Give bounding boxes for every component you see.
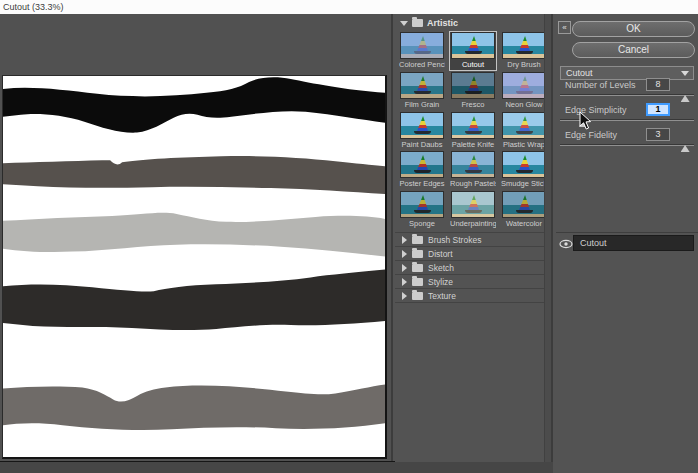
filter-thumb-colored-pencil[interactable]: Colored Pencil — [399, 32, 445, 70]
filter-thumb-plastic-wrap[interactable]: Plastic Wrap — [501, 112, 547, 150]
collapsed-triangle-icon — [402, 264, 407, 272]
filter-thumb-palette-knife[interactable]: Palette Knife — [450, 112, 496, 150]
filter-thumb-paint-daubs[interactable]: Paint Daubs — [399, 112, 445, 150]
chevron-down-icon — [681, 71, 689, 76]
control-pane: « OK Cancel Cutout Number of Levels 8 Ed… — [556, 14, 698, 473]
stripe — [3, 156, 385, 194]
filter-thumbnail-image — [502, 151, 546, 178]
slider-thumb[interactable] — [681, 95, 690, 102]
filter-thumbnail-image — [451, 112, 495, 139]
filter-thumb-label: Palette Knife — [450, 140, 496, 149]
stripe — [3, 385, 385, 430]
filter-select-value: Cutout — [566, 68, 593, 78]
filter-thumb-rough-pastels[interactable]: Rough Pastels — [450, 151, 496, 189]
filter-thumb-label: Rough Pastels — [450, 179, 496, 188]
category-brush-strokes[interactable]: Brush Strokes — [395, 233, 546, 247]
collapse-thumbnails-button[interactable]: « — [558, 21, 571, 34]
filter-thumb-label: Dry Brush — [501, 60, 547, 69]
param-label: Edge Fidelity — [565, 130, 617, 140]
filter-thumb-label: Poster Edges — [399, 179, 445, 188]
category-label: Brush Strokes — [428, 235, 481, 245]
slider-track — [560, 94, 694, 96]
category-folder-list: Brush Strokes Distort Sketch Stylize Tex — [395, 232, 546, 303]
slider-track — [560, 144, 694, 146]
filter-thumbnail-image — [451, 32, 495, 59]
effect-layer-cutout[interactable]: Cutout — [573, 235, 694, 251]
ok-button[interactable]: OK — [572, 21, 695, 37]
filter-thumbnail-image — [451, 191, 495, 218]
number-of-levels-value[interactable]: 8 — [646, 78, 670, 91]
edge-simplicity-slider[interactable] — [560, 118, 694, 127]
double-chevron-icon: « — [562, 23, 566, 32]
filter-thumb-dry-brush[interactable]: Dry Brush — [501, 32, 547, 70]
slider-track — [560, 119, 694, 121]
filter-thumb-smudge-stick[interactable]: Smudge Stick — [501, 151, 547, 189]
category-label: Texture — [428, 291, 456, 301]
edge-simplicity-value[interactable]: 1 — [646, 103, 670, 116]
dialog-title: Cutout (33.3%) — [0, 0, 698, 14]
filter-thumb-label: Film Grain — [399, 100, 445, 109]
folder-icon — [412, 250, 423, 258]
preview-status-bar — [0, 461, 553, 473]
filter-thumb-fresco[interactable]: Fresco — [450, 72, 496, 110]
filter-thumb-label: Underpainting — [450, 219, 496, 228]
filter-thumb-watercolor[interactable]: Watercolor — [501, 191, 547, 229]
filter-thumbnail-image — [502, 191, 546, 218]
filter-thumb-poster-edges[interactable]: Poster Edges — [399, 151, 445, 189]
edge-fidelity-value[interactable]: 3 — [646, 128, 670, 141]
filter-thumb-label: Fresco — [450, 100, 496, 109]
filter-thumbnail-image — [451, 72, 495, 99]
expanded-triangle-icon — [400, 21, 408, 26]
collapsed-triangle-icon — [402, 278, 407, 286]
category-label: Distort — [428, 249, 453, 259]
param-label: Number of Levels — [565, 80, 636, 90]
filter-pane-scrollbar[interactable] — [544, 14, 551, 462]
filter-thumb-label: Paint Daubs — [399, 140, 445, 149]
collapsed-triangle-icon — [402, 236, 407, 244]
filter-thumbnail-image — [400, 72, 444, 99]
filter-thumb-underpainting[interactable]: Underpainting — [450, 191, 496, 229]
filter-thumb-sponge[interactable]: Sponge — [399, 191, 445, 229]
category-label: Artistic — [427, 18, 458, 28]
filter-thumb-label: Colored Pencil — [399, 60, 445, 69]
filter-thumbnail-image — [502, 32, 546, 59]
filter-thumb-label: Smudge Stick — [501, 179, 547, 188]
category-artistic-header[interactable]: Artistic — [400, 17, 458, 29]
filter-thumbnail-image — [400, 112, 444, 139]
category-texture[interactable]: Texture — [395, 289, 546, 303]
category-distort[interactable]: Distort — [395, 247, 546, 261]
cancel-button[interactable]: Cancel — [572, 42, 695, 58]
filter-preview-canvas[interactable] — [2, 75, 387, 459]
cutout-preview-art — [3, 76, 385, 457]
filter-thumb-label: Sponge — [399, 219, 445, 228]
number-of-levels-slider[interactable] — [560, 93, 694, 102]
filter-thumb-film-grain[interactable]: Film Grain — [399, 72, 445, 110]
folder-icon — [412, 278, 423, 286]
category-stylize[interactable]: Stylize — [395, 275, 546, 289]
effect-layer-label: Cutout — [580, 238, 607, 248]
stripe — [3, 269, 385, 330]
visibility-toggle[interactable] — [559, 236, 573, 248]
category-label: Sketch — [428, 263, 454, 273]
slider-thumb[interactable] — [579, 120, 588, 127]
folder-icon — [412, 236, 423, 244]
param-number-of-levels: Number of Levels 8 — [556, 78, 698, 103]
slider-thumb[interactable] — [681, 145, 690, 152]
category-sketch[interactable]: Sketch — [395, 261, 546, 275]
stripe — [3, 213, 385, 257]
collapsed-triangle-icon — [402, 292, 407, 300]
filter-gallery-dialog: Artistic Colored Pencil Cutout Dry Brush… — [0, 14, 698, 473]
param-edge-simplicity: Edge Simplicity 1 — [556, 103, 698, 128]
param-label: Edge Simplicity — [565, 105, 627, 115]
filter-thumb-cutout[interactable]: Cutout — [450, 32, 496, 70]
preview-pane — [0, 14, 393, 462]
param-edge-fidelity: Edge Fidelity 3 — [556, 128, 698, 153]
edge-fidelity-slider[interactable] — [560, 143, 694, 152]
filter-thumbnail-image — [400, 32, 444, 59]
filter-thumbnail-image — [502, 112, 546, 139]
folder-icon — [412, 264, 423, 272]
filter-thumb-label: Cutout — [450, 60, 496, 69]
eye-icon — [559, 238, 573, 250]
filter-thumb-neon-glow[interactable]: Neon Glow — [501, 72, 547, 110]
collapsed-triangle-icon — [402, 250, 407, 258]
